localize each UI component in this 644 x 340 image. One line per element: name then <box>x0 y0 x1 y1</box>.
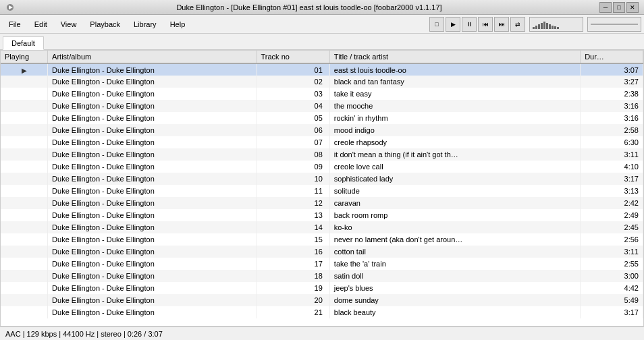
cell-title: never no lament (aka don't get aroun… <box>329 233 580 246</box>
cell-track: 03 <box>257 88 329 100</box>
cell-track: 09 <box>257 161 329 173</box>
table-row[interactable]: Duke Ellington - Duke Ellington03take it… <box>1 88 643 100</box>
table-row[interactable]: Duke Ellington - Duke Ellington02black a… <box>1 76 643 88</box>
col-header-duration[interactable]: Dur… <box>581 51 643 63</box>
table-row[interactable]: Duke Ellington - Duke Ellington06mood in… <box>1 124 643 136</box>
menu-library[interactable]: Library <box>128 18 163 31</box>
titlebar-buttons: ─ □ ✕ <box>599 2 639 13</box>
cell-artist: Duke Ellington - Duke Ellington <box>48 197 257 209</box>
table-row[interactable]: Duke Ellington - Duke Ellington07creole … <box>1 136 643 148</box>
stop-button[interactable]: □ <box>429 17 444 32</box>
cell-playing <box>1 124 48 136</box>
table-row[interactable]: Duke Ellington - Duke Ellington15never n… <box>1 233 643 246</box>
now-playing-icon: ▶ <box>22 67 27 74</box>
seek-line <box>591 24 638 25</box>
col-header-track[interactable]: Track no <box>257 51 329 63</box>
cell-track: 15 <box>257 233 329 246</box>
col-header-artist[interactable]: Artist/album <box>48 51 257 63</box>
cell-track: 01 <box>257 63 329 76</box>
menu-edit[interactable]: Edit <box>28 18 53 31</box>
cell-artist: Duke Ellington - Duke Ellington <box>48 112 257 124</box>
close-button[interactable]: ✕ <box>626 2 639 13</box>
cell-artist: Duke Ellington - Duke Ellington <box>48 76 257 88</box>
cell-track: 21 <box>257 306 329 318</box>
table-row[interactable]: Duke Ellington - Duke Ellington11solitud… <box>1 185 643 197</box>
volume-control[interactable] <box>529 17 583 32</box>
cell-duration: 2:55 <box>581 258 643 270</box>
cell-title: take it easy <box>329 88 580 100</box>
cell-artist: Duke Ellington - Duke Ellington <box>48 270 257 282</box>
cell-playing <box>1 294 48 306</box>
cell-duration: 2:45 <box>581 221 643 233</box>
cell-title: black beauty <box>329 306 580 318</box>
col-header-title[interactable]: Title / track artist <box>329 51 580 63</box>
cell-title: solitude <box>329 185 580 197</box>
cell-duration: 5:49 <box>581 294 643 306</box>
table-row[interactable]: Duke Ellington - Duke Ellington20dome su… <box>1 294 643 306</box>
menubar: File Edit View Playback Library Help □ ▶… <box>0 15 644 34</box>
table-row[interactable]: Duke Ellington - Duke Ellington21black b… <box>1 306 643 318</box>
menu-view[interactable]: View <box>55 18 83 31</box>
cell-playing <box>1 161 48 173</box>
table-row[interactable]: Duke Ellington - Duke Ellington10sophist… <box>1 173 643 185</box>
cell-track: 04 <box>257 100 329 112</box>
cell-playing <box>1 88 48 100</box>
table-row[interactable]: Duke Ellington - Duke Ellington19jeep's … <box>1 282 643 294</box>
cell-track: 16 <box>257 246 329 258</box>
minimize-button[interactable]: ─ <box>599 2 612 13</box>
col-header-playing[interactable]: Playing <box>1 51 48 63</box>
cell-duration: 3:16 <box>581 112 643 124</box>
playlist-table: Playing Artist/album Track no Title / tr… <box>1 51 643 318</box>
play-button[interactable]: ▶ <box>446 17 460 32</box>
cell-duration: 4:10 <box>581 161 643 173</box>
next-button[interactable]: ⏭ <box>494 17 509 32</box>
cell-playing <box>1 112 48 124</box>
table-row[interactable]: Duke Ellington - Duke Ellington16cotton … <box>1 246 643 258</box>
playlist-tab[interactable]: Default <box>3 36 44 50</box>
volume-bar-segment <box>546 23 548 29</box>
table-row[interactable]: Duke Ellington - Duke Ellington09creole … <box>1 161 643 173</box>
table-row[interactable]: Duke Ellington - Duke Ellington14ko-ko2:… <box>1 221 643 233</box>
table-row[interactable]: Duke Ellington - Duke Ellington08it don'… <box>1 148 643 161</box>
cell-track: 12 <box>257 197 329 209</box>
seek-bar[interactable] <box>587 17 641 32</box>
table-row[interactable]: Duke Ellington - Duke Ellington17take th… <box>1 258 643 270</box>
cell-track: 11 <box>257 185 329 197</box>
table-row[interactable]: Duke Ellington - Duke Ellington05rockin'… <box>1 112 643 124</box>
cell-duration: 2:38 <box>581 88 643 100</box>
cell-artist: Duke Ellington - Duke Ellington <box>48 209 257 221</box>
cell-playing <box>1 76 48 88</box>
cell-playing <box>1 258 48 270</box>
cell-title: black and tan fantasy <box>329 76 580 88</box>
table-row[interactable]: ▶Duke Ellington - Duke Ellington01east s… <box>1 63 643 76</box>
table-row[interactable]: Duke Ellington - Duke Ellington04the moo… <box>1 100 643 112</box>
table-row[interactable]: Duke Ellington - Duke Ellington13back ro… <box>1 209 643 221</box>
cell-title: caravan <box>329 197 580 209</box>
cell-artist: Duke Ellington - Duke Ellington <box>48 88 257 100</box>
cell-duration: 3:00 <box>581 270 643 282</box>
prev-button[interactable]: ⏮ <box>478 17 493 32</box>
cell-playing <box>1 270 48 282</box>
cell-playing <box>1 246 48 258</box>
menu-file[interactable]: File <box>3 18 27 31</box>
menu-help[interactable]: Help <box>164 18 192 31</box>
table-row[interactable]: Duke Ellington - Duke Ellington18satin d… <box>1 270 643 282</box>
cell-artist: Duke Ellington - Duke Ellington <box>48 306 257 318</box>
maximize-button[interactable]: □ <box>613 2 625 13</box>
random-button[interactable]: ⇄ <box>510 17 525 32</box>
menu-playback[interactable]: Playback <box>84 18 126 31</box>
app-icon <box>5 3 15 12</box>
cell-artist: Duke Ellington - Duke Ellington <box>48 185 257 197</box>
table-row[interactable]: Duke Ellington - Duke Ellington12caravan… <box>1 197 643 209</box>
cell-track: 08 <box>257 148 329 161</box>
volume-indicator <box>533 20 559 29</box>
cell-artist: Duke Ellington - Duke Ellington <box>48 246 257 258</box>
cell-track: 17 <box>257 258 329 270</box>
pause-button[interactable]: ⏸ <box>462 17 477 32</box>
statusbar: AAC | 129 kbps | 44100 Hz | stereo | 0:2… <box>0 327 644 340</box>
playlist-header: Playing Artist/album Track no Title / tr… <box>1 51 643 63</box>
volume-bar-segment <box>552 26 554 29</box>
playlist-container[interactable]: Playing Artist/album Track no Title / tr… <box>0 50 644 327</box>
cell-track: 02 <box>257 76 329 88</box>
cell-title: jeep's blues <box>329 282 580 294</box>
